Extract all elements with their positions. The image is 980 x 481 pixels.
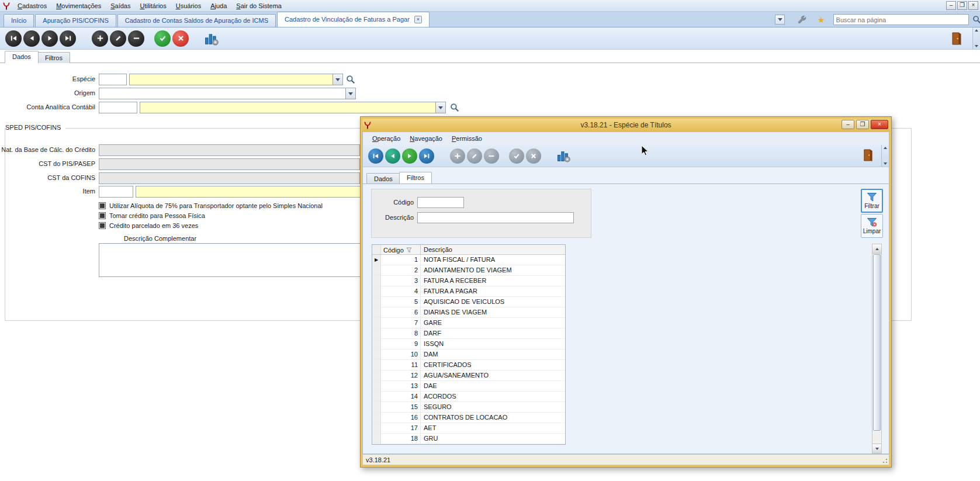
tab-dados[interactable]: Dados: [5, 51, 39, 63]
table-row[interactable]: 6DIARIAS DE VIAGEM: [372, 307, 565, 318]
menu-ajuda[interactable]: Ajuda: [206, 1, 231, 11]
checkbox-credito-pessoa-fisica[interactable]: Tomar crédito para Pessoa Física: [99, 212, 205, 220]
dialog-tab-filtros[interactable]: Filtros: [399, 172, 432, 184]
favorites-star-icon[interactable]: [818, 15, 825, 25]
dialog-menu-operacao[interactable]: Operação: [368, 134, 405, 143]
nav-last-button[interactable]: [60, 30, 76, 47]
dialog-toolbar-overflow[interactable]: [881, 145, 889, 167]
table-row[interactable]: 12AGUA/SANEAMENTO: [372, 371, 565, 381]
nav-prev-button[interactable]: [23, 30, 40, 47]
table-row[interactable]: 4FATURA A PAGAR: [372, 286, 565, 297]
tab-close-icon[interactable]: [414, 16, 422, 23]
table-row[interactable]: 10DAM: [372, 349, 565, 360]
dialog-menu-permissao[interactable]: Permissão: [447, 134, 487, 143]
menu-saidas[interactable]: Saídas: [106, 1, 135, 11]
table-row[interactable]: 7GARE: [372, 318, 565, 328]
tab-filtros[interactable]: Filtros: [37, 52, 70, 63]
conta-combo[interactable]: [140, 102, 446, 113]
dialog-nav-next-button[interactable]: [402, 148, 417, 164]
report-chart-button[interactable]: [205, 32, 219, 46]
menu-usuarios[interactable]: Usuários: [171, 1, 206, 11]
resize-grip[interactable]: [881, 457, 888, 464]
tab-cadastro-vinculacao-faturas[interactable]: Cadastro de Vinculação de Faturas a Paga…: [277, 12, 430, 27]
dialog-close-button[interactable]: ×: [871, 120, 888, 129]
nav-next-button[interactable]: [41, 30, 58, 47]
dialog-confirm-button[interactable]: [509, 148, 524, 164]
table-row[interactable]: 9ISSQN: [372, 339, 565, 349]
especie-lookup-icon[interactable]: [346, 75, 355, 84]
table-row[interactable]: 16CONTRATOS DE LOCACAO: [372, 413, 565, 423]
conta-code-input[interactable]: [99, 102, 137, 113]
edit-button[interactable]: [110, 30, 126, 47]
minimize-button[interactable]: –: [946, 1, 956, 10]
especie-code-input[interactable]: [99, 74, 127, 85]
limpar-button[interactable]: Limpar: [861, 214, 883, 238]
table-row[interactable]: 18GRU: [372, 434, 565, 444]
tab-cadastro-contas-saldos-icms[interactable]: Cadastro de Contas Saldos de Apuração de…: [117, 14, 276, 27]
descricao-complementar-textarea[interactable]: [99, 243, 370, 277]
chevron-down-icon[interactable]: [435, 102, 445, 113]
tools-wrench-icon[interactable]: [798, 15, 807, 25]
dialog-edit-button[interactable]: [467, 148, 482, 164]
nav-first-button[interactable]: [5, 30, 22, 47]
dialog-tab-dados[interactable]: Dados: [366, 173, 400, 184]
table-row[interactable]: 5AQUISICAO DE VEICULOS: [372, 297, 565, 307]
table-row[interactable]: 2ADIANTAMENTO DE VIAGEM: [372, 265, 565, 276]
cancel-button[interactable]: [172, 30, 189, 47]
delete-button[interactable]: [128, 30, 144, 47]
dialog-menu-navegacao[interactable]: Navegação: [405, 134, 447, 143]
menu-utilitarios[interactable]: Utilitários: [135, 1, 171, 11]
scroll-up-icon[interactable]: [872, 244, 881, 254]
table-row[interactable]: 11CERTIFICADOS: [372, 360, 565, 371]
close-button[interactable]: ×: [968, 1, 978, 10]
dialog-add-button[interactable]: [450, 148, 465, 164]
conta-lookup-icon[interactable]: [450, 103, 459, 112]
origem-combo[interactable]: [99, 88, 356, 99]
checkbox-aliquota-75[interactable]: Utilizar Alíquota de 75% para Transporta…: [99, 202, 323, 210]
table-row[interactable]: ▶1NOTA FISCAL / FATURA: [372, 255, 565, 265]
especie-combo[interactable]: [129, 74, 343, 85]
filtrar-button[interactable]: Filtrar: [861, 189, 883, 213]
column-filter-icon[interactable]: [406, 247, 412, 253]
table-row[interactable]: 15SEGURO: [372, 402, 565, 413]
toolbar-overflow[interactable]: [972, 27, 980, 49]
add-button[interactable]: [92, 30, 108, 47]
confirm-button[interactable]: [154, 30, 171, 47]
scroll-down-icon[interactable]: [872, 444, 881, 453]
table-row[interactable]: 14ACORDOS: [372, 392, 565, 402]
dialog-maximize-button[interactable]: ❐: [856, 120, 869, 129]
vertical-scrollbar[interactable]: [872, 244, 882, 454]
menu-cadastros[interactable]: Cadastros: [13, 1, 51, 11]
grid-header-descricao[interactable]: Descrição: [421, 245, 565, 254]
table-row[interactable]: 3FATURA A RECEBER: [372, 276, 565, 286]
checkbox-credito-parcelado[interactable]: Crédito parcelado em 36 vezes: [99, 222, 198, 230]
codigo-filter-input[interactable]: [417, 197, 464, 208]
dialog-minimize-button[interactable]: –: [842, 120, 854, 129]
grid-header-codigo[interactable]: Código: [381, 245, 421, 254]
chevron-down-icon[interactable]: [345, 88, 355, 99]
tab-apuracao-pis-cofins[interactable]: Apuração PIS/COFINS: [35, 14, 116, 27]
dialog-cancel-button[interactable]: [526, 148, 541, 164]
search-input[interactable]: [833, 14, 969, 25]
scrollbar-thumb[interactable]: [873, 254, 881, 431]
dialog-report-chart-button[interactable]: [557, 149, 570, 162]
table-row[interactable]: 8DARF: [372, 328, 565, 339]
dialog-exit-button[interactable]: [863, 148, 874, 162]
menu-sair[interactable]: Sair do Sistema: [231, 1, 286, 11]
table-row[interactable]: 13DAE: [372, 381, 565, 392]
chevron-down-icon[interactable]: [333, 74, 342, 85]
exit-button[interactable]: [951, 31, 962, 46]
descricao-filter-input[interactable]: [417, 212, 574, 223]
dialog-nav-prev-button[interactable]: [385, 148, 400, 164]
table-row[interactable]: 17AET: [372, 423, 565, 434]
search-icon[interactable]: [972, 15, 980, 24]
dialog-titlebar[interactable]: v3.18.21 - Espécie de Títulos – ❐ ×: [362, 119, 889, 132]
dialog-nav-last-button[interactable]: [419, 148, 434, 164]
maximize-button[interactable]: ❐: [957, 1, 967, 10]
item-code-input[interactable]: [99, 186, 133, 198]
menu-movimentacoes[interactable]: Movimentações: [51, 1, 106, 11]
dropdown-button[interactable]: [775, 15, 785, 25]
tab-inicio[interactable]: Início: [4, 14, 34, 27]
dialog-nav-first-button[interactable]: [368, 148, 383, 164]
dialog-delete-button[interactable]: [484, 148, 499, 164]
